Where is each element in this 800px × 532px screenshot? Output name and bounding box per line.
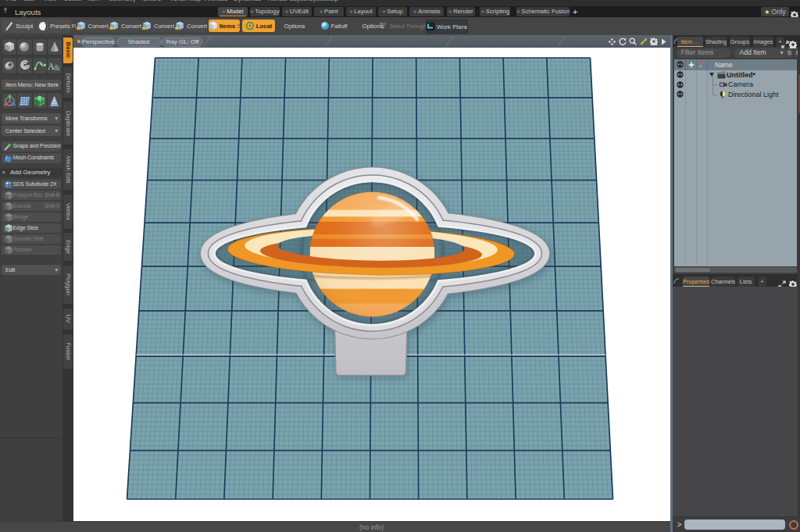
add-geometry-header[interactable]: Add Geometry <box>0 168 62 177</box>
layouts-up-icon[interactable]: ⤒ <box>4 7 7 16</box>
panel-tab-images[interactable]: Images <box>753 37 773 47</box>
side-tab-basic[interactable]: Basic <box>63 37 73 63</box>
layout-tab-scripting[interactable]: ★Scripting <box>480 7 510 16</box>
layout-tab-uvedit[interactable]: ★UVEdit <box>282 7 312 16</box>
tool-pyramid-icon[interactable] <box>48 93 62 109</box>
convert-button-3[interactable]: Convert <box>141 20 174 32</box>
item-list-hscrollbar[interactable] <box>674 267 797 273</box>
tool-text-icon[interactable]: A& <box>48 58 62 73</box>
menu-layout[interactable]: Layout <box>290 0 309 2</box>
menu-render[interactable]: Render <box>268 0 288 2</box>
tool-cylinder-icon[interactable] <box>33 39 47 55</box>
chevron-right-icon[interactable] <box>661 38 666 45</box>
layout-tab-topology[interactable]: ★Topology <box>250 7 280 16</box>
zoom-icon[interactable] <box>629 37 637 45</box>
command-history-ring-icon[interactable] <box>789 520 798 530</box>
menu-file[interactable]: File <box>6 0 16 2</box>
tool-mesh-cube-icon[interactable] <box>33 93 47 109</box>
layout-tab-paint[interactable]: ★Paint <box>314 7 344 16</box>
snaps-button[interactable]: Snaps and Precision <box>2 141 61 152</box>
panel-tab-groups[interactable]: Groups <box>730 37 750 47</box>
panel-tab-shading[interactable]: Shading <box>705 37 727 47</box>
tool-thicken[interactable]: Thicken <box>2 245 61 255</box>
filter-items-input[interactable]: Filter Items <box>677 48 731 58</box>
viewport-tab-shaded[interactable]: Shaded <box>116 37 162 48</box>
layout-tab-animate[interactable]: ★Animate <box>409 7 444 16</box>
viewport-scene[interactable] <box>73 48 670 521</box>
menu-view[interactable]: View <box>43 0 56 2</box>
falloff-button[interactable]: Falloff <box>314 20 353 32</box>
menu-edit[interactable]: Edit <box>24 0 35 2</box>
layout-tab-schematic-fusion[interactable]: ★Schematic Fusion <box>516 7 570 16</box>
tool-cube-icon[interactable] <box>2 39 16 55</box>
menu-select[interactable]: Select <box>64 0 81 2</box>
select-through-button[interactable]: Select Through <box>378 20 427 32</box>
item-row-directional-light[interactable]: Directional Light <box>674 90 797 100</box>
menu-vertex-map[interactable]: Vertex Map <box>170 0 201 2</box>
tool-extrude[interactable]: ExtrudeShift-X <box>2 202 61 212</box>
side-tab-mesh-edit[interactable]: Mesh Edit <box>63 149 73 190</box>
add-item-dropdown[interactable]: Add Item▾ <box>734 48 788 58</box>
scrollbar-thumb[interactable] <box>676 268 710 273</box>
layout-tab-render[interactable]: ★Render <box>447 7 475 16</box>
tool-curve-icon[interactable] <box>33 58 47 73</box>
layouts-label[interactable]: Layouts <box>15 8 41 16</box>
side-tab-vertex[interactable]: Vertex <box>63 195 73 229</box>
menu-dynamics[interactable]: Dynamics <box>234 0 261 2</box>
side-tab-polygon[interactable]: Polygon <box>63 266 73 305</box>
layout-tab-setup[interactable]: ★Setup <box>378 7 407 16</box>
side-tab-duplicate[interactable]: Duplicate <box>63 102 73 145</box>
layout-tab-layout[interactable]: ★Layout <box>346 7 376 16</box>
viewport-tab-perspective[interactable]: Perspective <box>81 37 115 48</box>
pan-icon[interactable] <box>609 38 616 45</box>
scale-icon[interactable] <box>640 37 648 45</box>
center-selected-dropdown[interactable]: Center Selected <box>2 126 61 136</box>
tool-spiral-icon[interactable] <box>17 58 31 73</box>
s-button[interactable]: S <box>786 48 793 58</box>
viewport-tab-raygl[interactable]: Ray GL: Off <box>162 37 203 48</box>
presets-button[interactable]: PresetsF6 <box>37 19 71 33</box>
menu-item[interactable]: Item <box>88 0 101 2</box>
gear-icon[interactable] <box>650 37 658 45</box>
panel-tab-channels[interactable]: Channels <box>711 277 735 287</box>
tool-plane-grid-icon[interactable] <box>17 93 31 109</box>
edit-dropdown[interactable]: Edit <box>2 265 61 275</box>
item-menu-dropdown[interactable]: Item Menu: New Item <box>2 80 61 90</box>
command-input[interactable] <box>684 520 785 530</box>
convert-button-4[interactable]: Convert <box>174 20 207 32</box>
items-mode-button[interactable]: Items5 <box>209 20 240 32</box>
tool-edge-slice[interactable]: Edge Slice <box>2 223 61 234</box>
orbit-icon[interactable] <box>619 37 627 45</box>
panel-tab-add[interactable]: + <box>759 277 766 287</box>
side-tab-edge[interactable]: Edge <box>63 233 73 261</box>
convert-button-2[interactable]: Convert <box>109 20 141 32</box>
item-row-untitled-[interactable]: Untitled* <box>674 70 797 80</box>
only-filter-button[interactable]: ★Only <box>761 7 789 16</box>
tool-gizmo-icon[interactable] <box>2 93 16 109</box>
tool-sphere-icon[interactable] <box>17 39 31 55</box>
mesh-constraints-button[interactable]: Mesh Constraints <box>2 153 61 163</box>
menu-help[interactable]: Help <box>326 0 338 2</box>
menu-geometry[interactable]: Geometry <box>109 0 136 2</box>
side-tab-deform[interactable]: Deform <box>63 67 73 98</box>
tool-torus-icon[interactable] <box>2 58 16 73</box>
viewport-3d[interactable]: PerspectiveShadedRay GL: Off <box>73 35 670 521</box>
panel-tab-lists[interactable]: Lists <box>738 277 755 287</box>
side-tab-uv[interactable]: UV <box>63 309 73 330</box>
layout-tab-model[interactable]: ★Model <box>218 7 248 16</box>
side-tab-fusion[interactable]: Fusion <box>63 334 73 369</box>
tool-smooth-shift[interactable]: Smooth Shift <box>2 234 61 245</box>
add-layout-tab-button[interactable]: + <box>573 7 577 16</box>
item-row-camera[interactable]: Camera <box>674 80 797 90</box>
local-button[interactable]: Local <box>242 20 275 32</box>
tool-sds-subdivide-2x[interactable]: SDS Subdivide 2X <box>2 180 61 190</box>
work-plane-button[interactable]: Work Plane <box>426 20 468 34</box>
tool-polygon-bevel[interactable]: Polygon BevelShift-B <box>2 191 61 201</box>
convert-button-1[interactable]: Convert <box>76 20 109 32</box>
panel-tab-item[interactable]: Item .... <box>677 37 703 47</box>
options-button-1[interactable]: Options <box>278 20 311 32</box>
sculpt-button[interactable]: Sculpt <box>2 19 36 33</box>
menu-animate[interactable]: Animate <box>205 0 227 2</box>
more-transforms-dropdown[interactable]: More Transforms <box>2 113 61 123</box>
panel-tab-properties[interactable]: Properties <box>683 277 709 287</box>
